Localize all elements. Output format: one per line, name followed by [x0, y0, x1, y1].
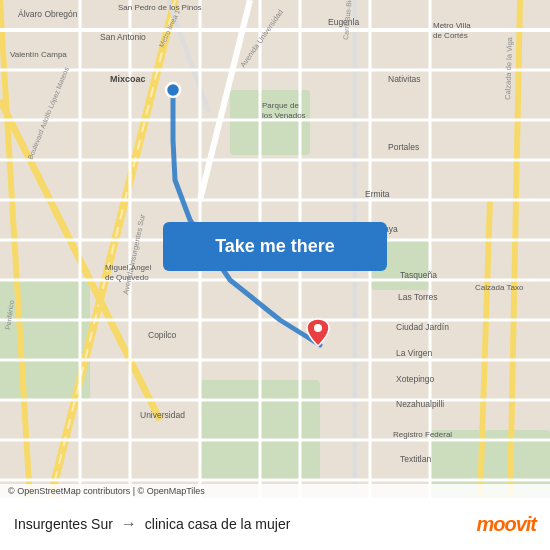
svg-text:Ciudad Jardín: Ciudad Jardín [396, 322, 449, 332]
attribution-bar: © OpenStreetMap contributors | © OpenMap… [0, 484, 550, 498]
svg-text:La Virgen: La Virgen [396, 348, 433, 358]
svg-text:Portales: Portales [388, 142, 419, 152]
bottom-bar: Insurgentes Sur → clinica casa de la muj… [0, 498, 550, 550]
svg-text:Calzada Taxo: Calzada Taxo [475, 283, 524, 292]
svg-text:Nativitas: Nativitas [388, 74, 421, 84]
svg-text:Mixcoac: Mixcoac [110, 74, 146, 84]
svg-text:Metro Villa: Metro Villa [433, 21, 471, 30]
take-me-there-button[interactable]: Take me there [163, 222, 387, 271]
destination-label: clinica casa de la mujer [145, 516, 291, 532]
svg-text:Copilco: Copilco [148, 330, 177, 340]
svg-text:Valentín Campa: Valentín Campa [10, 50, 67, 59]
moovit-logo: moovit [476, 513, 536, 536]
svg-text:los Venados: los Venados [262, 111, 306, 120]
svg-text:Álvaro Obregón: Álvaro Obregón [18, 9, 78, 19]
attribution-text: © OpenStreetMap contributors | © OpenMap… [8, 486, 205, 496]
svg-text:San Antonio: San Antonio [100, 32, 146, 42]
svg-text:de Cortés: de Cortés [433, 31, 468, 40]
origin-label: Insurgentes Sur [14, 516, 113, 532]
moovit-brand-text: moovit [476, 513, 536, 536]
svg-text:Universidad: Universidad [140, 410, 185, 420]
svg-text:Nezahualpilli: Nezahualpilli [396, 399, 444, 409]
svg-rect-2 [230, 90, 310, 155]
svg-point-68 [166, 83, 180, 97]
svg-text:San Pedro de los Pinos: San Pedro de los Pinos [118, 3, 202, 12]
svg-text:Las Torres: Las Torres [398, 292, 438, 302]
svg-text:Tasqueña: Tasqueña [400, 270, 437, 280]
svg-text:Registro Federal: Registro Federal [393, 430, 452, 439]
svg-text:Ermita: Ermita [365, 189, 390, 199]
svg-text:Parque de: Parque de [262, 101, 299, 110]
arrow-icon: → [121, 515, 137, 533]
svg-text:Xotepingo: Xotepingo [396, 374, 435, 384]
svg-point-69 [314, 324, 322, 332]
svg-text:Textitlan: Textitlan [400, 454, 431, 464]
